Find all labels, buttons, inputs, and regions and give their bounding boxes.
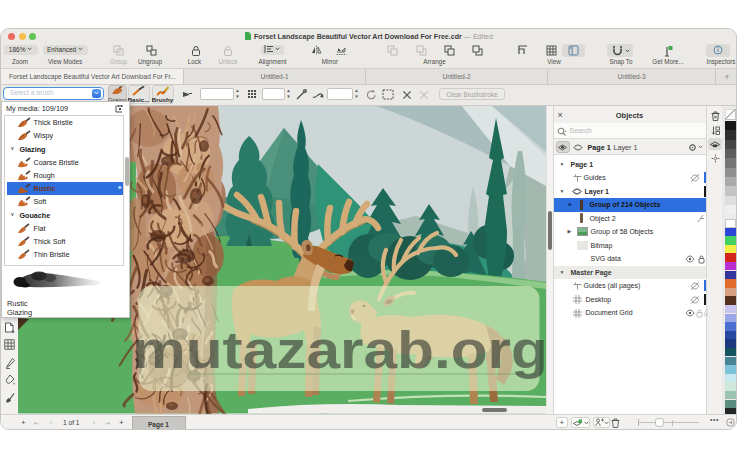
svg-text:mutazarab.org: mutazarab.org xyxy=(132,322,546,379)
